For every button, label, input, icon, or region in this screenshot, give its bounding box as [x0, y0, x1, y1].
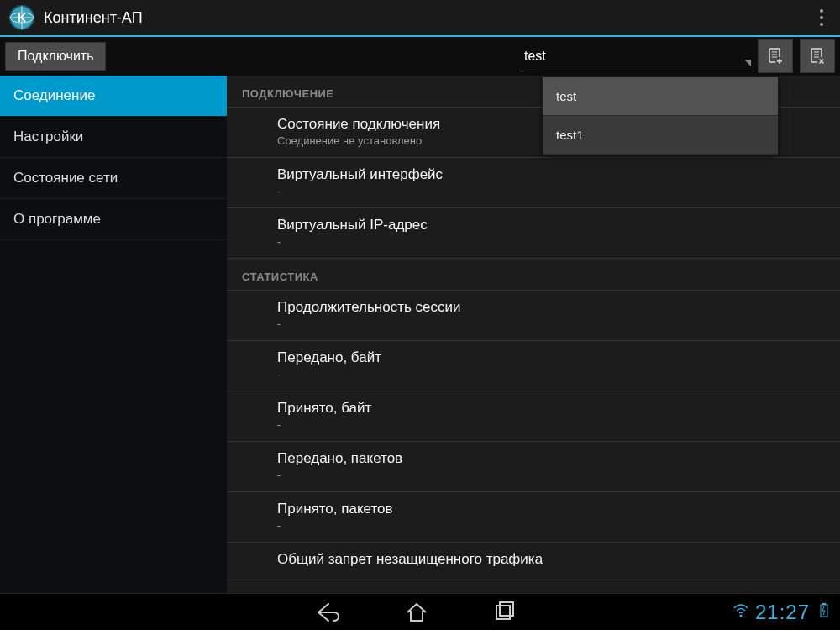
- recents-button[interactable]: [490, 601, 518, 624]
- sidebar-item-network-state[interactable]: Состояние сети: [0, 158, 227, 199]
- clock-time: 21:27: [755, 601, 810, 624]
- row-value: -: [277, 185, 825, 197]
- row-value: -: [277, 318, 825, 330]
- sidebar-item-settings[interactable]: Настройки: [0, 117, 227, 158]
- row-label: Общий запрет незащищенного трафика: [277, 551, 825, 568]
- info-row: Передано, пакетов -: [227, 442, 840, 492]
- section-header: СТАТИСТИКА: [227, 259, 840, 291]
- row-label: Виртуальный интерфейс: [277, 166, 825, 183]
- row-label: Принято, байт: [277, 400, 825, 417]
- dropdown-arrow-icon: [744, 60, 751, 66]
- row-label: Продолжительность сессии: [277, 299, 825, 316]
- row-label: Передано, пакетов: [277, 450, 825, 467]
- svg-rect-21: [822, 603, 826, 605]
- dropdown-option[interactable]: test1: [543, 116, 778, 155]
- delete-profile-button[interactable]: [800, 39, 835, 73]
- info-row: Принято, байт -: [227, 391, 840, 442]
- sidebar-item-about[interactable]: О программе: [0, 199, 227, 240]
- svg-rect-17: [496, 606, 510, 619]
- info-row: Передано, байт -: [227, 341, 840, 391]
- dropdown-option[interactable]: test: [543, 77, 778, 116]
- info-row: Общий запрет незащищенного трафика: [227, 543, 840, 580]
- wifi-icon: [733, 603, 748, 622]
- back-button[interactable]: [315, 601, 344, 624]
- row-label: Виртуальный IP-адрес: [277, 217, 825, 234]
- svg-point-19: [739, 614, 742, 617]
- row-value: -: [277, 368, 825, 381]
- info-row: Принято, пакетов -: [227, 492, 840, 543]
- sidebar-item-connection[interactable]: Соединение: [0, 76, 227, 117]
- add-profile-button[interactable]: [758, 39, 793, 73]
- svg-rect-18: [500, 602, 513, 616]
- svg-text:K: K: [18, 11, 26, 24]
- profile-dropdown: test test1: [543, 77, 778, 155]
- app-logo-icon: K: [8, 4, 35, 31]
- info-row: Виртуальный IP-адрес -: [227, 208, 840, 259]
- row-value: -: [277, 235, 825, 248]
- home-button[interactable]: [402, 601, 431, 624]
- row-value: -: [277, 519, 825, 532]
- info-row: Продолжительность сессии -: [227, 291, 840, 341]
- system-nav-bar: 21:27: [0, 593, 840, 630]
- app-title: Континент-АП: [44, 9, 811, 27]
- profile-select-input[interactable]: [519, 41, 754, 71]
- row-label: Принято, пакетов: [277, 501, 825, 517]
- overflow-menu-icon[interactable]: [811, 3, 832, 33]
- row-label: Передано, байт: [277, 349, 825, 366]
- row-value: -: [277, 469, 825, 481]
- row-value: -: [277, 418, 825, 431]
- sidebar: Соединение Настройки Состояние сети О пр…: [0, 76, 227, 593]
- connect-button[interactable]: Подключить: [5, 42, 106, 71]
- battery-charging-icon: [816, 603, 832, 622]
- app-bar: K Континент-АП: [0, 0, 840, 37]
- info-row: Виртуальный интерфейс -: [227, 158, 840, 208]
- action-bar: Подключить: [0, 37, 840, 76]
